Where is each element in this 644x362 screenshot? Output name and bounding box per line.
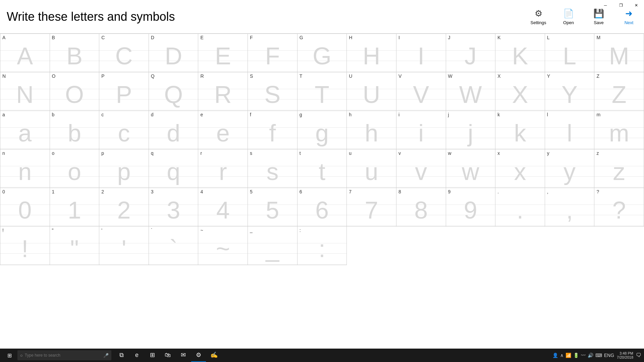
letter-cell[interactable]: NN	[0, 72, 50, 111]
letter-cell[interactable]: yy	[545, 149, 595, 188]
letter-cell[interactable]: cc	[99, 111, 149, 149]
people-icon: 👤	[552, 353, 558, 358]
letter-cell[interactable]: PP	[99, 72, 149, 111]
letter-cell[interactable]: jj	[446, 111, 496, 149]
settings-app[interactable]: ⚙	[191, 349, 206, 362]
letter-cell[interactable]: GG	[298, 34, 347, 72]
letter-cell[interactable]: QQ	[149, 72, 199, 111]
microsoft-store-app[interactable]: ⊞	[145, 349, 160, 362]
letter-cell[interactable]: uu	[347, 149, 396, 188]
edge-app[interactable]: e	[129, 349, 144, 362]
letter-cell[interactable]: tt	[298, 149, 347, 188]
letter-cell[interactable]: UU	[347, 72, 396, 111]
letter-cell[interactable]: 99	[446, 188, 496, 227]
letter-cell[interactable]: qq	[149, 149, 199, 188]
letter-cell[interactable]: ,,	[545, 188, 595, 227]
letter-cell[interactable]: OO	[50, 72, 100, 111]
letter-cell[interactable]: aa	[0, 111, 50, 149]
mail-app[interactable]: ✉	[176, 349, 191, 362]
letter-cell[interactable]: dd	[149, 111, 199, 149]
letter-cell[interactable]: HH	[347, 34, 396, 72]
letter-cell[interactable]: gg	[298, 111, 347, 149]
letter-cell[interactable]: 44	[198, 188, 248, 227]
letter-cell[interactable]: 55	[248, 188, 298, 227]
close-button[interactable]: ✕	[629, 0, 644, 11]
cell-bg-char: D	[149, 40, 198, 72]
title-bar: Write these letters and symbols ⚙ Settin…	[0, 0, 644, 34]
minimize-button[interactable]: ─	[598, 0, 613, 11]
letter-cell[interactable]: EE	[198, 34, 248, 72]
letter-cell[interactable]: xx	[495, 149, 545, 188]
letter-cell[interactable]: 77	[347, 188, 396, 227]
start-button[interactable]: ⊞	[3, 349, 16, 362]
letter-cell[interactable]: ll	[545, 111, 595, 149]
letter-cell[interactable]: vv	[396, 149, 446, 188]
letter-cell[interactable]: AA	[0, 34, 50, 72]
letter-cell[interactable]: ??	[594, 188, 644, 227]
cell-label: j	[446, 111, 495, 117]
letter-cell[interactable]: pp	[99, 149, 149, 188]
cell-bg-char: V	[396, 78, 446, 111]
letter-cell[interactable]: 22	[99, 188, 149, 227]
task-view-button[interactable]: ⧉	[114, 349, 129, 362]
letter-cell[interactable]: 66	[298, 188, 347, 227]
store-app2[interactable]: 🛍	[160, 349, 175, 362]
letter-cell[interactable]: ""	[50, 227, 100, 265]
notification-icon[interactable]: 🗨	[636, 352, 641, 358]
letter-cell[interactable]: 33	[149, 188, 199, 227]
letter-cell[interactable]: JJ	[446, 34, 496, 72]
letter-cell[interactable]: BB	[50, 34, 100, 72]
cell-bg-char: 7	[347, 194, 396, 226]
letter-cell[interactable]: ff	[248, 111, 298, 149]
letter-cell[interactable]: ii	[396, 111, 446, 149]
cell-label: w	[446, 149, 495, 156]
letter-cell[interactable]: ZZ	[594, 72, 644, 111]
letter-cell[interactable]: hh	[347, 111, 396, 149]
letter-cell[interactable]: !!	[0, 227, 50, 265]
letter-cell[interactable]: 00	[0, 188, 50, 227]
letter-cell[interactable]: SS	[248, 72, 298, 111]
letter-cell[interactable]: FF	[248, 34, 298, 72]
open-button[interactable]: 📄 Open	[553, 0, 584, 34]
letter-cell[interactable]: 88	[396, 188, 446, 227]
letter-cell[interactable]: ``	[149, 227, 199, 265]
letter-cell[interactable]: ~~	[198, 227, 248, 265]
letter-cell[interactable]: YY	[545, 72, 595, 111]
search-input[interactable]	[25, 353, 85, 358]
cell-bg-char: 1	[50, 194, 99, 226]
letter-cell[interactable]: zz	[594, 149, 644, 188]
letter-cell[interactable]: bb	[50, 111, 100, 149]
letter-cell[interactable]: ::	[298, 227, 347, 265]
cell-bg-char: 6	[298, 194, 347, 226]
letter-cell[interactable]: ee	[198, 111, 248, 149]
letter-cell[interactable]: oo	[50, 149, 100, 188]
letter-cell[interactable]: 11	[50, 188, 100, 227]
settings-button[interactable]: ⚙ Settings	[523, 0, 553, 34]
letter-cell[interactable]: VV	[396, 72, 446, 111]
letter-cell[interactable]: MM	[594, 34, 644, 72]
letter-cell[interactable]: TT	[298, 72, 347, 111]
letter-cell[interactable]: WW	[446, 72, 496, 111]
letter-cell[interactable]: nn	[0, 149, 50, 188]
letter-cell[interactable]: II	[396, 34, 446, 72]
letter-cell[interactable]: DD	[149, 34, 199, 72]
letter-cell[interactable]: ww	[446, 149, 496, 188]
letter-cell[interactable]: XX	[495, 72, 545, 111]
taskbar-search[interactable]: ○ 🎤	[17, 350, 111, 360]
volume-icon: 🔊	[588, 353, 593, 358]
letter-cell[interactable]: rr	[198, 149, 248, 188]
handwriting-app[interactable]: ✍	[207, 349, 221, 362]
letter-cell[interactable]: mm	[594, 111, 644, 149]
letter-cell[interactable]: __	[248, 227, 298, 265]
maximize-button[interactable]: ❐	[613, 0, 629, 11]
letter-cell[interactable]: ''	[99, 227, 149, 265]
letter-cell[interactable]: kk	[495, 111, 545, 149]
network-icon: 📶	[566, 353, 571, 358]
cell-label: V	[396, 72, 446, 78]
letter-cell[interactable]: LL	[545, 34, 595, 72]
letter-cell[interactable]: KK	[495, 34, 545, 72]
letter-cell[interactable]: ss	[248, 149, 298, 188]
letter-cell[interactable]: CC	[99, 34, 149, 72]
letter-cell[interactable]: RR	[198, 72, 248, 111]
letter-cell[interactable]: ..	[495, 188, 545, 227]
